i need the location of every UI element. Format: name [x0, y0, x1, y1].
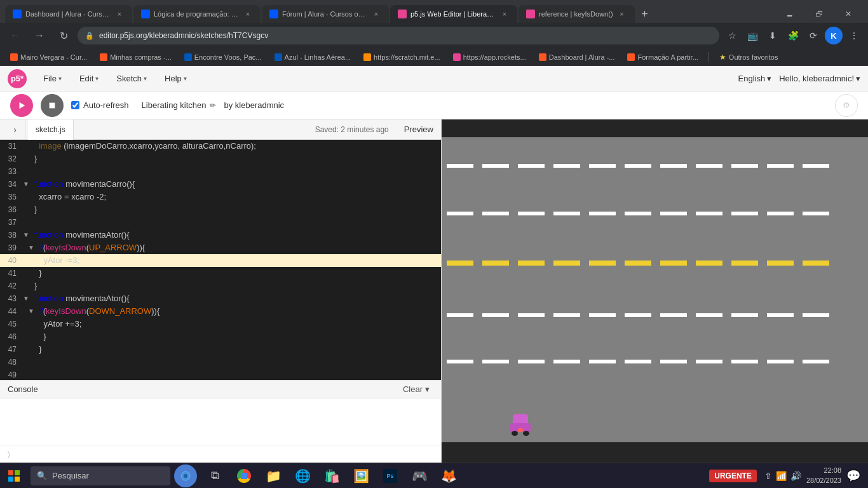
line-num-43: 43 — [0, 292, 23, 305]
taskbar-app-explorer[interactable]: 📁 — [259, 463, 287, 489]
profile-button[interactable]: K — [825, 27, 843, 44]
sync-button[interactable]: ⟳ — [804, 27, 822, 44]
bookmark-dashboard[interactable]: Dashboard | Alura -... — [534, 52, 620, 62]
bookmark-azul[interactable]: Azul - Linhas Aérea... — [269, 52, 356, 62]
sketch-js-tab[interactable]: sketch.js — [28, 119, 74, 140]
bookmark-rockets[interactable]: https://app.rockets... — [448, 52, 531, 62]
stop-button[interactable] — [41, 94, 64, 117]
refresh-button[interactable]: ↻ — [53, 25, 74, 46]
chevron-up-icon[interactable]: ⇧ — [764, 471, 772, 481]
bookmark-favicon-6 — [453, 53, 461, 61]
start-button[interactable] — [0, 463, 28, 489]
urgent-badge[interactable]: URGENTE — [709, 470, 757, 482]
tab-close-5[interactable]: × — [617, 9, 627, 19]
road-bottom-border — [442, 442, 868, 463]
taskbar-search[interactable]: 🔍 Pesquisar — [31, 466, 170, 485]
volume-icon[interactable]: 🔊 — [790, 471, 801, 481]
dash — [447, 164, 473, 168]
download-button[interactable]: ⬇ — [764, 27, 782, 44]
taskbar-app-edge[interactable]: 🌐 — [288, 463, 316, 489]
taskbar-app-store[interactable]: 🛍️ — [318, 463, 346, 489]
extensions-button[interactable]: 🧩 — [784, 27, 802, 44]
play-button[interactable] — [10, 94, 33, 117]
taskview-icon: ⧉ — [211, 469, 219, 482]
bookmark-minhas[interactable]: Minhas compras -... — [95, 52, 177, 62]
dash — [518, 212, 545, 215]
bookmark-label-1: Mairo Vergara - Cur... — [20, 53, 87, 61]
settings-button[interactable]: ⚙ — [835, 94, 858, 117]
taskbar-app-ps[interactable]: Ps — [376, 463, 404, 489]
back-button[interactable]: ← — [5, 25, 25, 46]
taskbar-app-taskview[interactable]: ⧉ — [201, 463, 229, 489]
sketch-menu[interactable]: Sketch ▾ — [112, 71, 151, 86]
tab-reference[interactable]: reference | keyIsDown() × — [519, 5, 635, 23]
help-menu[interactable]: Help ▾ — [161, 71, 191, 86]
help-menu-arrow: ▾ — [184, 75, 187, 82]
taskbar-app-firefox[interactable]: 🦊 — [435, 463, 463, 489]
tab-close-2[interactable]: × — [243, 9, 253, 19]
tab-dashboard[interactable]: Dashboard | Alura - Cursos o... × — [5, 5, 132, 23]
taskbar-app-chrome[interactable] — [230, 463, 258, 489]
line-num-40: 40 — [0, 254, 23, 267]
taskbar-app-photos[interactable]: 🖼️ — [347, 463, 375, 489]
bookmark-label-4: Azul - Linhas Aérea... — [285, 53, 351, 61]
cortana-button[interactable] — [174, 464, 197, 487]
svg-rect-1 — [50, 102, 55, 108]
yellow-dash — [696, 261, 722, 266]
bookmark-formacao[interactable]: Formação A partir... — [622, 52, 703, 62]
notification-button[interactable]: 💬 — [846, 469, 860, 483]
file-browser-toggle[interactable]: › — [5, 119, 25, 140]
bookmark-mairo[interactable]: Mairo Vergara - Cur... — [5, 52, 92, 62]
search-icon: 🔍 — [37, 471, 47, 480]
play-icon — [17, 101, 26, 110]
tab-close-4[interactable]: × — [499, 9, 510, 19]
bookmark-star-button[interactable]: ☆ — [723, 27, 741, 44]
taskbar-clock[interactable]: 22:08 28/02/2023 — [806, 466, 841, 485]
edit-title-icon[interactable]: ✏ — [210, 101, 216, 110]
dash — [696, 313, 722, 317]
forward-button[interactable]: → — [29, 25, 50, 46]
tab-close-3[interactable]: × — [371, 9, 381, 19]
code-panel: › sketch.js Saved: 2 minutes ago Preview… — [0, 119, 442, 463]
profile-cast-button[interactable]: 📺 — [743, 27, 761, 44]
yellow-dash — [731, 261, 758, 266]
url-bar[interactable]: 🔒 editor.p5js.org/kleberadmnic/sketches/… — [78, 27, 719, 44]
language-selector[interactable]: English ▾ — [738, 74, 772, 83]
browser-chrome: Dashboard | Alura - Cursos o... × Lógica… — [0, 0, 868, 66]
tab-favicon-4 — [398, 10, 407, 18]
code-area[interactable]: 31 image (imagemDoCarro,xcarro,ycarro, a… — [0, 140, 441, 380]
sketch-author: by kleberadmnic — [224, 100, 284, 110]
windows-icon — [8, 470, 20, 482]
auto-refresh-toggle[interactable]: Auto-refresh — [71, 100, 129, 110]
preview-panel — [442, 119, 868, 463]
tab-close-1[interactable]: × — [114, 9, 125, 19]
taskbar-app-game[interactable]: 🎮 — [405, 463, 433, 489]
edit-menu[interactable]: Edit ▾ — [76, 71, 102, 86]
close-button[interactable]: ✕ — [834, 5, 863, 23]
restore-button[interactable]: 🗗 — [804, 5, 834, 23]
file-menu[interactable]: File ▾ — [39, 71, 65, 86]
dash — [518, 360, 545, 363]
bookmark-favicon-4 — [275, 53, 282, 61]
tab-p5-editor[interactable]: p5.js Web Editor | Liberating ... × — [390, 5, 517, 23]
line-content-38: function movimentaAtor(){ — [32, 229, 441, 241]
more-menu-button[interactable]: ⋮ — [845, 27, 863, 44]
line-num-46: 46 — [0, 330, 23, 343]
tab-logica[interactable]: Lógica de programação: laço... × — [133, 5, 261, 23]
line-num-38: 38 — [0, 229, 23, 241]
user-greeting[interactable]: Hello, kleberadmnic! ▾ — [779, 74, 860, 83]
code-line-42: 42 } — [0, 280, 441, 292]
tab-forum[interactable]: Fórum | Alura - Cursos online... × — [262, 5, 389, 23]
minimize-button[interactable]: 🗕 — [775, 5, 804, 23]
bookmark-scratch[interactable]: https://scratch.mit.e... — [358, 52, 445, 62]
clear-console-button[interactable]: Clear ▾ — [399, 383, 433, 395]
auto-refresh-checkbox[interactable] — [71, 101, 79, 109]
bookmark-encontre[interactable]: Encontre Voos, Pac... — [179, 52, 267, 62]
bookmark-outros[interactable]: ★ Outros favoritos — [714, 51, 783, 63]
network-icon[interactable]: 📶 — [776, 471, 787, 481]
chrome-icon — [237, 469, 251, 483]
line-arrow-43: ▼ — [23, 292, 32, 305]
road-dash-row-4 — [442, 360, 868, 363]
line-num-48: 48 — [0, 356, 23, 369]
new-tab-button[interactable]: + — [636, 5, 654, 23]
